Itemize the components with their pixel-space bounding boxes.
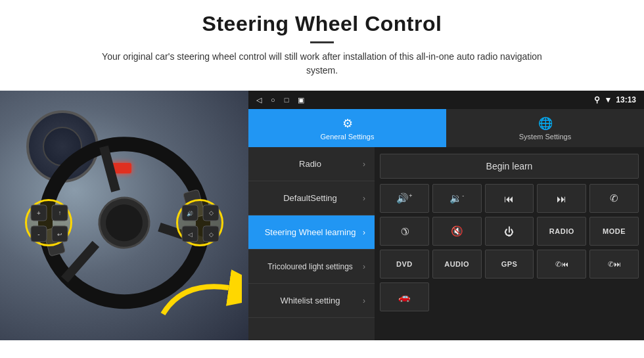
status-bar-info: ⚲ ▼ 13:13 xyxy=(594,95,636,104)
svg-line-1 xyxy=(104,146,116,191)
next-track-icon: ⏭ xyxy=(557,193,566,204)
header-description: Your original car's steering wheel contr… xyxy=(85,50,559,78)
recents-nav-icon[interactable]: □ xyxy=(285,96,289,104)
begin-learn-button[interactable]: Begin learn xyxy=(380,154,639,179)
dvd-label: DVD xyxy=(396,260,413,268)
volume-down-button[interactable]: 🔉- xyxy=(432,184,482,213)
hang-up-icon: ✆ xyxy=(397,224,411,238)
gear-settings-icon: ⚙ xyxy=(342,116,353,131)
control-grid-row2: ✆ 🔇 ⏻ RADIO MODE xyxy=(380,217,639,246)
volume-up-button[interactable]: 🔊+ xyxy=(380,184,429,213)
header-divider xyxy=(310,41,334,43)
back-nav-icon[interactable]: ◁ xyxy=(256,96,262,104)
next-track-button[interactable]: ⏭ xyxy=(537,184,586,213)
page-header: Steering Wheel Control Your original car… xyxy=(0,0,644,84)
device-screen: ◁ ○ □ ▣ ⚲ ▼ 13:13 ⚙ General Settings 🌐 S… xyxy=(248,91,644,340)
mode-button[interactable]: MODE xyxy=(589,217,639,246)
status-bar-nav-icons: ◁ ○ □ ▣ xyxy=(256,96,304,104)
menu-whitelist-label: Whitelist setting xyxy=(258,296,363,305)
prev-track-icon: ⏮ xyxy=(504,193,514,204)
mute-button[interactable]: 🔇 xyxy=(432,217,482,246)
power-icon: ⏻ xyxy=(504,226,514,237)
mute-icon: 🔇 xyxy=(451,225,463,237)
svg-text:◇: ◇ xyxy=(209,210,214,216)
yellow-arrow xyxy=(156,261,242,321)
car-settings-button[interactable]: 🚗 xyxy=(380,282,429,311)
menu-radio-label: Radio xyxy=(258,159,363,169)
chevron-right-icon: › xyxy=(363,296,365,305)
svg-text:◇: ◇ xyxy=(209,231,214,238)
tel-prev-icon: ✆⏮ xyxy=(555,260,568,269)
tab-general-settings[interactable]: ⚙ General Settings xyxy=(248,109,446,147)
tab-general-label: General Settings xyxy=(321,133,375,141)
svg-text:+: + xyxy=(37,210,41,217)
tab-system-settings[interactable]: 🌐 System Settings xyxy=(446,109,644,147)
menu-steering-label: Steering Wheel learning xyxy=(258,227,363,237)
chevron-right-icon: › xyxy=(363,194,365,203)
gps-button[interactable]: GPS xyxy=(485,250,534,279)
page-title: Steering Wheel Control xyxy=(39,12,605,36)
dvd-button[interactable]: DVD xyxy=(380,250,429,279)
begin-learn-row: Begin learn xyxy=(380,152,639,180)
status-bar: ◁ ○ □ ▣ ⚲ ▼ 13:13 xyxy=(248,91,644,109)
svg-text:-: - xyxy=(37,231,39,238)
screenshot-nav-icon[interactable]: ▣ xyxy=(298,96,304,104)
car-icon: 🚗 xyxy=(398,291,411,303)
location-icon: ⚲ xyxy=(594,95,600,104)
svg-text:🔊: 🔊 xyxy=(187,210,193,217)
menu-tricoloured-label: Tricoloured light settings xyxy=(258,262,363,271)
menu-item-tricoloured[interactable]: Tricoloured light settings › xyxy=(248,250,375,284)
home-nav-icon[interactable]: ○ xyxy=(271,96,275,104)
radio-button[interactable]: RADIO xyxy=(537,217,586,246)
audio-label: AUDIO xyxy=(444,260,469,268)
radio-label: RADIO xyxy=(549,227,574,235)
left-settings-menu: Radio › DefaultSetting › Steering Wheel … xyxy=(248,147,375,340)
left-button-cluster-circle: + - ↑ ↩ xyxy=(25,199,72,246)
power-button[interactable]: ⏻ xyxy=(485,217,534,246)
tel-next-button[interactable]: ✆⏭ xyxy=(589,250,639,279)
menu-default-label: DefaultSetting xyxy=(258,193,363,203)
globe-settings-icon: 🌐 xyxy=(538,116,553,131)
tab-system-label: System Settings xyxy=(519,133,571,141)
menu-item-radio[interactable]: Radio › xyxy=(248,147,375,181)
control-grid-row3: DVD AUDIO GPS ✆⏮ ✆⏭ xyxy=(380,250,639,279)
menu-item-steering-wheel[interactable]: Steering Wheel learning › xyxy=(248,215,375,250)
svg-text:↑: ↑ xyxy=(58,210,62,216)
tel-next-icon: ✆⏭ xyxy=(608,260,621,269)
svg-text:◁: ◁ xyxy=(188,231,193,238)
steering-wheel-image-area: + - ↑ ↩ 🔊 ◁ ◇ ◇ xyxy=(0,91,248,340)
menu-item-default-setting[interactable]: DefaultSetting › xyxy=(248,181,375,215)
screen-body: Radio › DefaultSetting › Steering Wheel … xyxy=(248,147,644,340)
phone-icon: ✆ xyxy=(610,192,618,204)
chevron-right-icon: › xyxy=(363,160,365,169)
chevron-right-icon: › xyxy=(363,228,365,237)
wifi-icon: ▼ xyxy=(604,95,612,104)
gps-label: GPS xyxy=(501,260,518,268)
control-grid-row4: 🚗 xyxy=(380,282,639,311)
volume-down-icon: 🔉- xyxy=(449,192,464,204)
tel-prev-button[interactable]: ✆⏮ xyxy=(537,250,586,279)
control-grid-row1: 🔊+ 🔉- ⏮ ⏭ ✆ xyxy=(380,184,639,213)
chevron-right-icon: › xyxy=(363,262,365,271)
steering-wheel-control-panel: Begin learn 🔊+ 🔉- ⏮ ⏭ xyxy=(375,147,644,340)
menu-item-whitelist[interactable]: Whitelist setting › xyxy=(248,284,375,318)
prev-track-button[interactable]: ⏮ xyxy=(485,184,534,213)
right-button-cluster-circle: 🔊 ◁ ◇ ◇ xyxy=(176,199,223,246)
hang-up-button[interactable]: ✆ xyxy=(380,217,429,246)
mode-label: MODE xyxy=(603,227,626,235)
phone-answer-button[interactable]: ✆ xyxy=(589,184,639,213)
time-display: 13:13 xyxy=(616,95,636,104)
audio-button[interactable]: AUDIO xyxy=(432,250,482,279)
svg-text:↩: ↩ xyxy=(57,231,62,238)
volume-up-icon: 🔊+ xyxy=(396,192,412,204)
settings-tabs: ⚙ General Settings 🌐 System Settings xyxy=(248,109,644,147)
main-content: + - ↑ ↩ 🔊 ◁ ◇ ◇ xyxy=(0,91,644,340)
